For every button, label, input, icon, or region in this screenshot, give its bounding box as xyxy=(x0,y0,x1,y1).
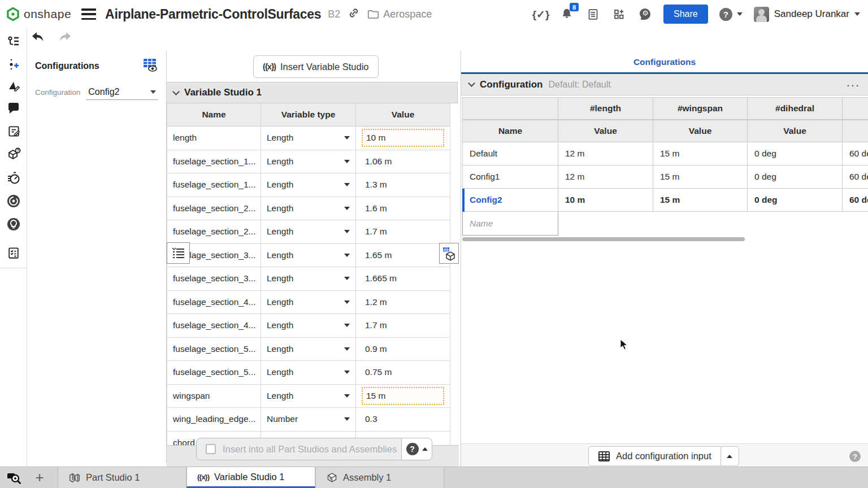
configuration-value-cell[interactable]: 15 m xyxy=(653,189,748,212)
variable-name-cell[interactable]: fuselage_section_4... xyxy=(167,314,261,337)
variable-type-select[interactable]: Length xyxy=(261,267,356,290)
insert-all-checkbox[interactable] xyxy=(206,444,216,454)
ai-advisor-icon[interactable] xyxy=(6,194,21,208)
variable-value[interactable]: 0.9 m xyxy=(362,340,444,358)
configuration-name-cell[interactable]: Config1 xyxy=(462,165,558,189)
tab-part-studio-1[interactable]: Part Studio 1 xyxy=(58,467,186,488)
config-header-wingspan[interactable]: #wingspan xyxy=(653,97,748,120)
variable-type-select[interactable]: Length xyxy=(261,291,356,314)
variable-type-select[interactable]: Length xyxy=(261,361,356,384)
variable-value-highlighted[interactable]: 10 m xyxy=(362,129,444,147)
feature-list-toggle-button[interactable] xyxy=(167,242,190,264)
variable-name-cell[interactable]: length xyxy=(167,127,261,150)
configuration-value-cell[interactable]: 60 deg xyxy=(843,165,868,189)
performance-icon[interactable] xyxy=(6,171,21,185)
variable-value[interactable]: 0.75 m xyxy=(362,363,444,381)
configuration-name-cell[interactable]: Default xyxy=(462,142,558,165)
variable-value-cell[interactable]: 1.06 m xyxy=(356,150,450,173)
variable-name-cell[interactable]: fuselage_section_5... xyxy=(167,338,261,361)
variable-value-cell[interactable]: 1.7 m xyxy=(356,314,450,337)
configuration-value-cell[interactable]: 0 deg xyxy=(748,142,843,165)
notifications-bell-icon[interactable]: 8 xyxy=(559,7,574,21)
variable-value[interactable]: 1.6 m xyxy=(362,199,444,217)
configuration-value-cell[interactable]: 0 deg xyxy=(748,189,843,212)
configurations-panel-tab[interactable]: Configurations xyxy=(461,51,868,72)
tasks-icon[interactable] xyxy=(585,7,600,21)
horizontal-scrollbar[interactable] xyxy=(462,237,745,241)
document-title[interactable]: Airplane-Parmetric-ControlSurfaces xyxy=(105,7,321,22)
configuration-row[interactable]: Default12 m15 m0 deg60 deg xyxy=(462,142,868,165)
version-tree-icon[interactable] xyxy=(6,34,21,49)
onshape-logo[interactable]: onshape xyxy=(0,7,71,21)
add-configuration-input-button[interactable]: Add configuration input xyxy=(588,446,739,466)
config-header-length[interactable]: #length xyxy=(558,97,653,120)
variable-type-select[interactable]: Length xyxy=(261,338,356,361)
configuration-row[interactable]: Config210 m15 m0 deg60 deg xyxy=(462,189,868,212)
variable-type-select[interactable]: Length xyxy=(261,385,356,408)
variable-type-select[interactable]: Length xyxy=(261,314,356,337)
variable-type-select[interactable]: Length xyxy=(261,220,356,243)
configuration-name-cell[interactable]: Config2 xyxy=(462,189,558,212)
checklist-icon[interactable] xyxy=(6,246,21,260)
variable-value[interactable]: 1.7 m xyxy=(362,316,444,334)
add-tab-button[interactable]: + xyxy=(27,467,52,488)
variable-name-cell[interactable]: fuselage_section_5... xyxy=(167,361,261,384)
tab-variable-studio-1[interactable]: ({x}) Variable Studio 1 xyxy=(186,467,315,488)
variable-value[interactable]: 1.3 m xyxy=(362,176,444,194)
variable-type-select[interactable]: Number xyxy=(261,408,356,431)
variable-type-select[interactable]: Length xyxy=(261,150,356,173)
variable-value-cell[interactable]: 15 m xyxy=(356,385,450,408)
variable-name-cell[interactable]: fuselage_section_3... xyxy=(167,267,261,290)
configuration-row[interactable]: Config112 m15 m0 deg60 deg xyxy=(462,165,868,189)
variable-name-cell[interactable]: fuselage_section_2... xyxy=(167,197,261,220)
user-menu[interactable]: Sandeep Urankar xyxy=(754,7,860,22)
learning-center-icon[interactable] xyxy=(637,7,652,21)
variable-name-cell[interactable]: fuselage_section_2... xyxy=(167,220,261,243)
new-configuration-row[interactable]: Name xyxy=(462,212,868,236)
variable-value-cell[interactable]: 1.6 m xyxy=(356,197,450,220)
variable-name-cell[interactable]: fuselage_section_4... xyxy=(167,291,261,314)
footer-help-button[interactable]: ? xyxy=(401,438,432,460)
configuration-value-cell[interactable]: 12 m xyxy=(558,142,653,165)
variable-value[interactable]: 1.7 m xyxy=(362,223,444,241)
undo-button[interactable] xyxy=(31,31,45,46)
comments-icon[interactable] xyxy=(6,101,21,116)
tab-assembly-1[interactable]: Assembly 1 xyxy=(315,467,444,488)
variable-value[interactable]: 1.65 m xyxy=(362,246,444,264)
variable-name-cell[interactable]: fuselage_section_1... xyxy=(167,150,261,173)
variable-value[interactable]: 1.665 m xyxy=(362,269,444,287)
configuration-value-cell[interactable]: 12 m xyxy=(558,165,653,189)
variable-value-cell[interactable]: 1.7 m xyxy=(356,220,450,243)
configuration-value-cell[interactable]: 60 deg xyxy=(843,189,868,212)
share-button[interactable]: Share xyxy=(663,5,708,24)
document-menu-icon[interactable] xyxy=(81,8,96,20)
config-table-visibility-icon[interactable] xyxy=(142,58,158,75)
configuration-value-cell[interactable]: 15 m xyxy=(653,142,748,165)
insert-item-icon[interactable] xyxy=(6,57,21,72)
variable-value-cell[interactable]: 0.75 m xyxy=(356,361,450,384)
notes-icon[interactable] xyxy=(6,124,21,138)
variable-value[interactable]: 1.2 m xyxy=(362,293,444,311)
configuration-value-cell[interactable]: 10 m xyxy=(558,189,653,212)
insert-variable-studio-button[interactable]: ({x}) Insert Variable Studio xyxy=(253,55,379,78)
featurescript-icon[interactable]: {✓} xyxy=(533,7,548,21)
variable-value[interactable]: 1.06 m xyxy=(362,152,444,171)
folder-breadcrumb[interactable]: Aerospace xyxy=(367,8,432,20)
configuration-value-cell[interactable]: 0 deg xyxy=(748,165,843,189)
variable-type-select[interactable]: Length xyxy=(261,173,356,197)
redo-button[interactable] xyxy=(58,31,72,46)
part-help-icon[interactable]: ? xyxy=(6,147,21,162)
config-header-dihedral[interactable]: #dihedral xyxy=(748,97,843,120)
configuration-value-cell[interactable]: 15 m xyxy=(653,165,748,189)
tips-icon[interactable] xyxy=(6,217,21,232)
variable-name-cell[interactable]: fuselage_section_1... xyxy=(167,173,261,197)
variable-name-cell[interactable]: wing_leading_edge... xyxy=(167,408,261,431)
search-tabs-button[interactable] xyxy=(0,467,27,488)
variable-value-cell[interactable]: 1.65 m xyxy=(356,244,450,267)
appearance-editor-icon[interactable] xyxy=(6,79,21,94)
configuration-select[interactable]: Config2 xyxy=(86,87,158,100)
insert-all-checkbox-row[interactable]: Insert into all Part Studios and Assembl… xyxy=(197,444,401,455)
variable-value-cell[interactable]: 0.3 xyxy=(356,408,450,431)
overflow-menu-icon[interactable]: ... xyxy=(847,80,860,90)
variable-value-cell[interactable]: 1.3 m xyxy=(356,173,450,197)
